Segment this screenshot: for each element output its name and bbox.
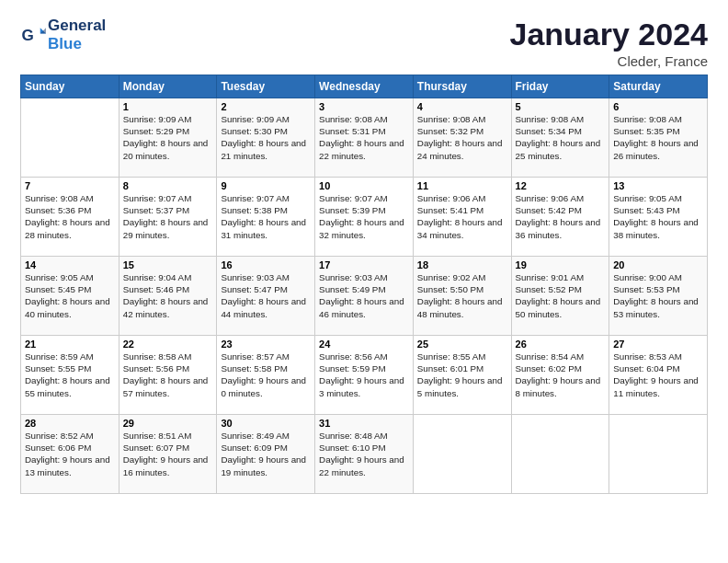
day-info: Sunrise: 8:55 AMSunset: 6:01 PMDaylight:… [417,350,507,399]
day-number: 27 [613,339,703,350]
calendar-header-row: SundayMondayTuesdayWednesdayThursdayFrid… [21,75,708,98]
day-number: 30 [221,418,311,429]
day-cell [609,415,708,494]
day-cell: 29 Sunrise: 8:51 AMSunset: 6:07 PMDaylig… [119,415,217,494]
title-block: January 2024 Cleder, France [510,17,709,69]
svg-text:G: G [22,27,34,44]
day-cell: 31 Sunrise: 8:48 AMSunset: 6:10 PMDaylig… [315,415,414,494]
day-cell: 25 Sunrise: 8:55 AMSunset: 6:01 PMDaylig… [413,336,511,415]
day-number: 1 [123,101,213,112]
logo-text: General Blue [48,17,106,52]
day-info: Sunrise: 9:03 AMSunset: 5:49 PMDaylight:… [319,271,409,320]
day-number: 22 [123,339,213,350]
day-number: 26 [516,339,606,350]
day-cell: 10 Sunrise: 9:07 AMSunset: 5:39 PMDaylig… [315,178,414,257]
day-info: Sunrise: 8:49 AMSunset: 6:09 PMDaylight:… [221,430,311,478]
header-monday: Monday [119,75,217,98]
day-cell: 13 Sunrise: 9:05 AMSunset: 5:43 PMDaylig… [609,178,708,257]
day-cell: 17 Sunrise: 9:03 AMSunset: 5:49 PMDaylig… [315,257,414,336]
day-cell: 30 Sunrise: 8:49 AMSunset: 6:09 PMDaylig… [217,415,315,494]
day-info: Sunrise: 9:03 AMSunset: 5:47 PMDaylight:… [221,271,311,320]
day-number: 5 [516,101,606,112]
day-cell [21,98,119,178]
day-info: Sunrise: 9:01 AMSunset: 5:52 PMDaylight:… [516,271,606,320]
day-number: 6 [613,101,703,112]
day-info: Sunrise: 8:53 AMSunset: 6:04 PMDaylight:… [613,350,703,399]
day-info: Sunrise: 9:09 AMSunset: 5:30 PMDaylight:… [221,113,311,162]
day-cell: 20 Sunrise: 9:00 AMSunset: 5:53 PMDaylig… [609,257,708,336]
day-number: 4 [417,101,507,112]
day-cell: 27 Sunrise: 8:53 AMSunset: 6:04 PMDaylig… [609,336,708,415]
calendar-subtitle: Cleder, France [510,53,709,69]
day-info: Sunrise: 9:05 AMSunset: 5:45 PMDaylight:… [25,271,115,320]
day-cell: 18 Sunrise: 9:02 AMSunset: 5:50 PMDaylig… [413,257,511,336]
day-number: 13 [613,180,703,191]
header-thursday: Thursday [413,75,511,98]
header: G General Blue January 2024 Cleder, Fran… [20,17,708,69]
day-cell: 16 Sunrise: 9:03 AMSunset: 5:47 PMDaylig… [217,257,315,336]
day-cell: 21 Sunrise: 8:59 AMSunset: 5:55 PMDaylig… [21,336,119,415]
day-cell: 11 Sunrise: 9:06 AMSunset: 5:41 PMDaylig… [413,178,511,257]
day-info: Sunrise: 8:52 AMSunset: 6:06 PMDaylight:… [25,430,115,478]
day-info: Sunrise: 8:48 AMSunset: 6:10 PMDaylight:… [319,430,409,478]
day-number: 9 [221,180,311,191]
day-cell [511,415,609,494]
day-number: 8 [123,180,213,191]
day-info: Sunrise: 8:56 AMSunset: 5:59 PMDaylight:… [319,350,409,399]
day-cell [413,415,511,494]
calendar-page: G General Blue January 2024 Cleder, Fran… [0,0,728,563]
day-number: 18 [417,259,507,270]
day-info: Sunrise: 9:00 AMSunset: 5:53 PMDaylight:… [613,271,703,320]
day-info: Sunrise: 8:57 AMSunset: 5:58 PMDaylight:… [221,350,311,399]
day-info: Sunrise: 9:09 AMSunset: 5:29 PMDaylight:… [123,113,213,162]
day-number: 10 [319,180,409,191]
day-number: 2 [221,101,311,112]
day-info: Sunrise: 9:06 AMSunset: 5:42 PMDaylight:… [516,192,606,241]
day-cell: 1 Sunrise: 9:09 AMSunset: 5:29 PMDayligh… [119,98,217,178]
logo: G General Blue [20,17,106,52]
header-tuesday: Tuesday [217,75,315,98]
day-cell: 12 Sunrise: 9:06 AMSunset: 5:42 PMDaylig… [511,178,609,257]
day-cell: 9 Sunrise: 9:07 AMSunset: 5:38 PMDayligh… [217,178,315,257]
week-row-4: 28 Sunrise: 8:52 AMSunset: 6:06 PMDaylig… [21,415,708,494]
calendar-title: January 2024 [510,17,709,52]
logo-icon: G [20,22,46,48]
day-number: 19 [516,259,606,270]
day-number: 24 [319,339,409,350]
day-info: Sunrise: 9:07 AMSunset: 5:38 PMDaylight:… [221,192,311,241]
day-cell: 22 Sunrise: 8:58 AMSunset: 5:56 PMDaylig… [119,336,217,415]
day-info: Sunrise: 8:59 AMSunset: 5:55 PMDaylight:… [25,350,115,399]
day-cell: 19 Sunrise: 9:01 AMSunset: 5:52 PMDaylig… [511,257,609,336]
day-info: Sunrise: 9:07 AMSunset: 5:37 PMDaylight:… [123,192,213,241]
day-cell: 7 Sunrise: 9:08 AMSunset: 5:36 PMDayligh… [21,178,119,257]
day-info: Sunrise: 9:08 AMSunset: 5:34 PMDaylight:… [516,113,606,162]
day-info: Sunrise: 9:08 AMSunset: 5:32 PMDaylight:… [417,113,507,162]
day-number: 21 [25,339,115,350]
day-cell: 3 Sunrise: 9:08 AMSunset: 5:31 PMDayligh… [315,98,414,178]
day-number: 17 [319,259,409,270]
day-number: 3 [319,101,409,112]
day-cell: 14 Sunrise: 9:05 AMSunset: 5:45 PMDaylig… [21,257,119,336]
day-info: Sunrise: 8:51 AMSunset: 6:07 PMDaylight:… [123,430,213,478]
day-cell: 4 Sunrise: 9:08 AMSunset: 5:32 PMDayligh… [413,98,511,178]
day-number: 28 [25,418,115,429]
day-cell: 15 Sunrise: 9:04 AMSunset: 5:46 PMDaylig… [119,257,217,336]
day-number: 20 [613,259,703,270]
day-number: 11 [417,180,507,191]
day-number: 7 [25,180,115,191]
day-number: 29 [123,418,213,429]
day-info: Sunrise: 9:08 AMSunset: 5:35 PMDaylight:… [613,113,703,162]
day-number: 16 [221,259,311,270]
day-cell: 5 Sunrise: 9:08 AMSunset: 5:34 PMDayligh… [511,98,609,178]
day-number: 12 [516,180,606,191]
day-cell: 8 Sunrise: 9:07 AMSunset: 5:37 PMDayligh… [119,178,217,257]
day-number: 15 [123,259,213,270]
calendar-table: SundayMondayTuesdayWednesdayThursdayFrid… [20,75,708,494]
day-cell: 23 Sunrise: 8:57 AMSunset: 5:58 PMDaylig… [217,336,315,415]
day-info: Sunrise: 8:58 AMSunset: 5:56 PMDaylight:… [123,350,213,399]
day-cell: 2 Sunrise: 9:09 AMSunset: 5:30 PMDayligh… [217,98,315,178]
day-info: Sunrise: 9:02 AMSunset: 5:50 PMDaylight:… [417,271,507,320]
week-row-0: 1 Sunrise: 9:09 AMSunset: 5:29 PMDayligh… [21,98,708,178]
header-saturday: Saturday [609,75,708,98]
day-info: Sunrise: 9:08 AMSunset: 5:36 PMDaylight:… [25,192,115,241]
